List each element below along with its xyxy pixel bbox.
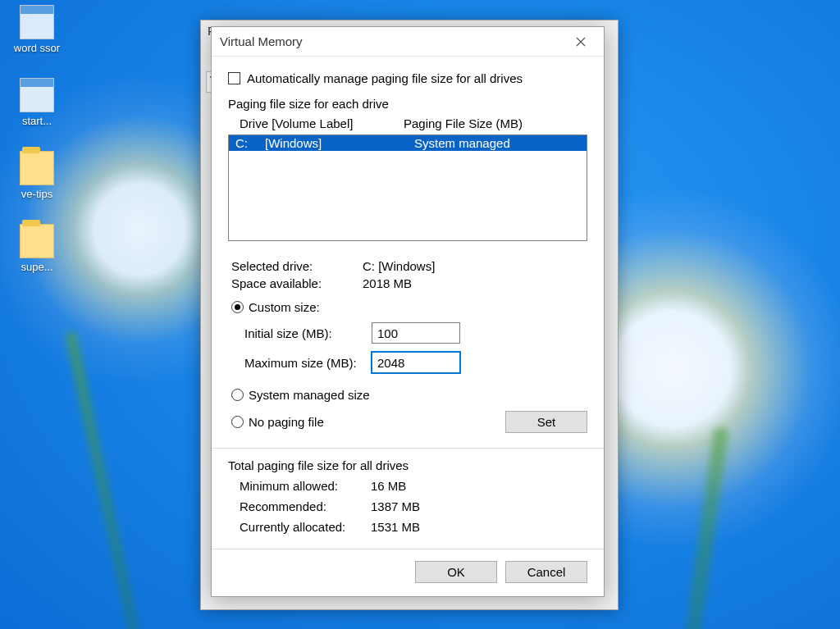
desktop-icon[interactable]: word ssor (6, 5, 68, 55)
drive-paging-size: System managed (414, 136, 510, 150)
desktop-icons-column: word ssor start... ve-tips supe... (0, 0, 74, 297)
virtual-memory-dialog: Virtual Memory Automatically manage pagi… (211, 26, 605, 597)
paging-section-label: Paging file size for each drive (228, 97, 587, 111)
maximum-size-label: Maximum size (MB): (244, 356, 372, 370)
folder-icon (20, 151, 54, 185)
auto-manage-checkbox[interactable] (228, 72, 240, 84)
close-icon (576, 37, 586, 47)
divider (212, 448, 604, 449)
currently-allocated-label: Currently allocated: (240, 520, 371, 534)
system-managed-option[interactable]: System managed size (231, 388, 587, 402)
desktop-icon-label: supe... (21, 262, 52, 274)
min-allowed-value: 16 MB (371, 479, 587, 493)
selected-drive-info: Selected drive: C: [Windows] Space avail… (231, 259, 587, 290)
no-paging-radio[interactable] (231, 416, 244, 428)
selected-drive-label: Selected drive: (231, 259, 363, 273)
system-managed-label: System managed size (249, 388, 370, 402)
set-button[interactable]: Set (505, 411, 587, 433)
folder-icon (20, 224, 54, 258)
desktop-icon-label: word ssor (14, 43, 60, 55)
recommended-value: 1387 MB (371, 499, 587, 513)
custom-size-label: Custom size: (249, 300, 320, 314)
initial-size-row: Initial size (MB): (244, 322, 587, 344)
desktop-background: word ssor start... ve-tips supe... P V V… (0, 0, 840, 629)
space-available-value: 2018 MB (363, 276, 587, 290)
selected-drive-value: C: [Windows] (363, 259, 587, 273)
desktop-icon[interactable]: ve-tips (6, 151, 68, 201)
drive-list-headers: Drive [Volume Label] Paging File Size (M… (228, 114, 587, 133)
decor-stem (680, 426, 729, 629)
no-paging-and-set-row: No paging file Set (231, 410, 587, 433)
auto-manage-row: Automatically manage paging file size fo… (228, 71, 587, 85)
cancel-button[interactable]: Cancel (505, 561, 587, 583)
drive-volume-label: [Windows] (265, 136, 414, 150)
file-icon (20, 5, 54, 39)
close-button[interactable] (564, 30, 597, 53)
system-managed-radio[interactable] (231, 389, 244, 401)
totals-title: Total paging file size for all drives (228, 458, 587, 472)
no-paging-label: No paging file (249, 415, 324, 429)
maximum-size-row: Maximum size (MB): (244, 352, 587, 373)
dialog-footer: OK Cancel (212, 549, 604, 596)
totals-grid: Minimum allowed: 16 MB Recommended: 1387… (240, 479, 587, 534)
drive-list-row[interactable]: C: [Windows] System managed (229, 135, 587, 151)
desktop-icon[interactable]: supe... (6, 224, 68, 274)
min-allowed-label: Minimum allowed: (240, 479, 371, 493)
custom-size-option[interactable]: Custom size: (231, 300, 587, 314)
decor-stem (65, 330, 144, 629)
currently-allocated-value: 1531 MB (371, 520, 587, 534)
header-drive: Drive [Volume Label] (240, 116, 404, 130)
auto-manage-label: Automatically manage paging file size fo… (247, 71, 523, 85)
header-paging-size: Paging File Size (MB) (404, 116, 523, 130)
drive-letter: C: (234, 136, 265, 150)
desktop-icon-label: ve-tips (21, 189, 52, 201)
space-available-label: Space available: (231, 276, 363, 290)
ok-button[interactable]: OK (415, 561, 497, 583)
maximum-size-input[interactable] (372, 352, 460, 373)
custom-size-radio[interactable] (231, 301, 244, 313)
initial-size-label: Initial size (MB): (244, 326, 372, 340)
file-icon (20, 78, 54, 112)
dialog-body: Automatically manage paging file size fo… (212, 57, 604, 534)
drive-list[interactable]: C: [Windows] System managed (228, 134, 587, 241)
desktop-icon-label: start... (22, 116, 52, 128)
titlebar[interactable]: Virtual Memory (212, 27, 604, 57)
initial-size-input[interactable] (372, 322, 460, 344)
dialog-title: Virtual Memory (220, 34, 564, 48)
desktop-icon[interactable]: start... (6, 78, 68, 128)
recommended-label: Recommended: (240, 499, 371, 513)
